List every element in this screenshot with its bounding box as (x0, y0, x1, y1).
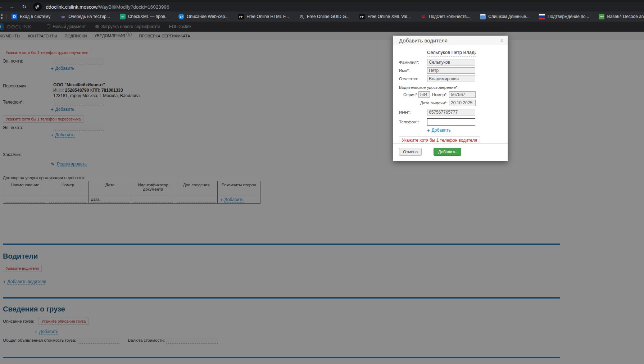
surname-input[interactable] (427, 59, 475, 65)
bookmark-opisanie-webservice[interactable]: S> Описание Web-сер... (178, 14, 228, 19)
bookmark-ochered-na-testirovanie[interactable]: ∞ Очередь на тестир... (60, 14, 110, 19)
bookmark-label: Вход в систему (20, 14, 50, 19)
series-label: Серия*: (403, 92, 418, 97)
modal-header: Добавить водителя X (393, 36, 508, 45)
cancel-button[interactable]: Отмена (399, 148, 422, 156)
bookmark-vhod-v-sistemu[interactable]: D Вход в систему (12, 14, 50, 19)
inn-row: ИНН*: (399, 109, 502, 115)
bookmark-label: Подсчет количеств... (429, 14, 471, 19)
webservice-favicon-icon: S> (178, 14, 184, 19)
bookmark-label: Free Online HTML F... (246, 14, 289, 19)
bookmarks-separator (6, 14, 6, 19)
forward-icon[interactable]: → (9, 2, 15, 12)
side-panel-icon[interactable] (0, 14, 3, 19)
bookmark-checkxml[interactable]: ≣ CheckXML — пров... (120, 14, 169, 19)
bookmark-label: Описание Web-сер... (187, 14, 228, 19)
add-driver-modal: Добавить водителя X Сельпуков Петр Влади… (393, 36, 508, 161)
add-link-label: Добавить (432, 128, 451, 133)
license-series-number-row: Серия*: Номер*: (403, 91, 502, 98)
page-viewport: D DOCLINK Новый документ Загрузка нового… (0, 22, 644, 364)
back-icon[interactable]: ← (0, 2, 3, 12)
bookmark-base64-decode[interactable]: B64 Base64 Decode and... (599, 14, 644, 19)
copyright-favicon-icon: © (421, 14, 426, 19)
site-settings-icon[interactable] (33, 3, 42, 11)
plus-icon: + (427, 128, 430, 133)
browser-toolbar: ← → ↻ ddoclink.cislink.moscow/WayBill/Mo… (0, 2, 644, 12)
devops-favicon-icon: ∞ (60, 14, 66, 19)
modal-dim-overlay (0, 22, 644, 364)
name-input[interactable] (427, 67, 475, 74)
number-label: Номер*: (430, 92, 448, 97)
ff-favicon-icon: FF (238, 14, 244, 19)
issue-date-label: Дата выдачи*: (399, 101, 448, 105)
bookmark-slishkom-dlinnye[interactable]: Слишком длинные... (480, 14, 530, 19)
surname-label: Фамилия*: (399, 60, 427, 64)
checkxml-favicon-icon: ≣ (120, 14, 126, 19)
driver-phone-input[interactable] (427, 118, 475, 126)
number-input[interactable] (449, 91, 476, 98)
ff-favicon-icon: FF (359, 14, 365, 19)
driver-phone-label: Телефон*: (399, 120, 427, 124)
modal-title: Добавить водителя (399, 37, 500, 44)
url-path: /WayBill/Modify?docid=16023996 (97, 4, 169, 10)
bookmark-label: Слишком длинные... (488, 14, 530, 19)
close-icon[interactable]: X (500, 38, 503, 43)
surname-row: Фамилия*: (399, 59, 502, 65)
patronymic-label: Отчество: (399, 77, 427, 81)
bookmark-label: Очередь на тестир... (68, 14, 110, 19)
name-label: Имя*: (399, 68, 427, 73)
bookmark-podschet-kolichestva[interactable]: © Подсчет количеств... (421, 14, 471, 19)
russian-flag-favicon-icon (539, 14, 545, 19)
window-favicon-icon (480, 14, 486, 19)
bookmark-podtverzhdenie[interactable]: Подтверждение по... (539, 14, 589, 19)
patronymic-input[interactable] (427, 76, 475, 82)
series-input[interactable] (418, 91, 430, 98)
gears-favicon-icon: ⚙ (299, 14, 304, 19)
driver-inn-label: ИНН*: (399, 110, 427, 114)
modal-footer: Отмена Добавить (393, 143, 508, 161)
modal-body: Сельпуков Петр Владимирович Фамилия*: Им… (393, 45, 508, 144)
patronymic-row: Отчество: (399, 76, 502, 82)
bookmark-label: Free Online GUID G... (307, 14, 350, 19)
tune-icon (35, 5, 40, 9)
bookmark-label: Подтверждение по... (548, 14, 589, 19)
bookmark-label: CheckXML — пров... (128, 14, 169, 19)
driver-inn-input[interactable] (427, 109, 475, 115)
license-label: Водительское удостоверение*: (399, 85, 502, 90)
driver-phone-row: Телефон*: (399, 118, 502, 126)
submit-add-button[interactable]: Добавить (434, 148, 461, 156)
bookmark-label: Free Online XML Val... (368, 14, 411, 19)
bookmark-free-online-guid[interactable]: ⚙ Free Online GUID G... (299, 14, 350, 19)
address-bar[interactable]: ddoclink.cislink.moscow/WayBill/Modify?d… (46, 4, 169, 10)
bookmark-label: Base64 Decode and... (607, 14, 644, 19)
base64-favicon-icon: B64 (599, 14, 604, 19)
reload-icon[interactable]: ↻ (22, 2, 27, 12)
add-driver-phone-link[interactable]: + Добавить (427, 128, 451, 133)
bookmarks-bar: D Вход в систему ∞ Очередь на тестир... … (0, 12, 644, 22)
issue-date-row: Дата выдачи*: (399, 100, 502, 106)
issue-date-input[interactable] (449, 100, 476, 106)
url-host: ddoclink.cislink.moscow (46, 4, 97, 10)
driver-full-name-display[interactable]: Сельпуков Петр Владимирович (427, 50, 476, 57)
doclink-favicon-icon: D (12, 14, 17, 19)
name-row: Имя*: (399, 67, 502, 74)
bookmark-free-online-xml[interactable]: FF Free Online XML Val... (359, 14, 411, 19)
bookmark-free-online-html[interactable]: FF Free Online HTML F... (238, 14, 289, 19)
